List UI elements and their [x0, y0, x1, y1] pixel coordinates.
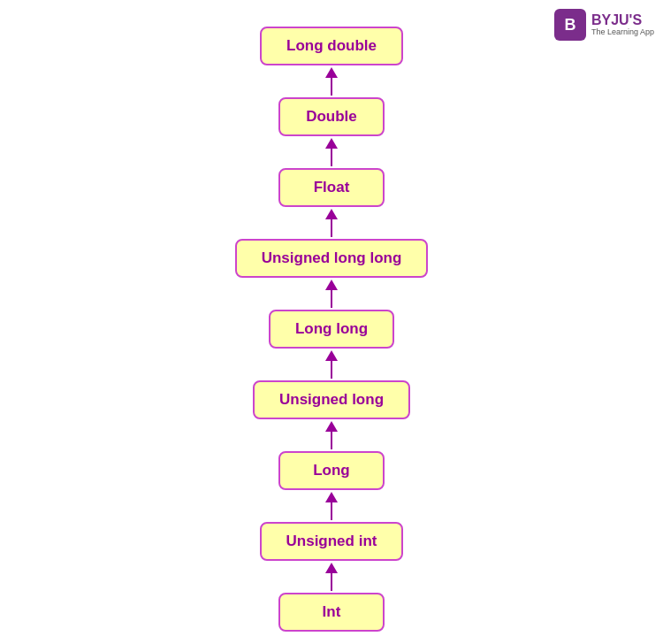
- arrow-double-float: [325, 136, 338, 168]
- arrow-long-double-double: [325, 65, 338, 97]
- arrowhead-icon: [325, 67, 338, 78]
- arrow-ul-long: [325, 419, 338, 451]
- byjus-icon: B: [554, 9, 586, 41]
- arrow-line: [331, 502, 333, 520]
- node-unsigned-long-long: Unsigned long long: [235, 239, 429, 278]
- byjus-logo: B BYJU'S The Learning App: [554, 9, 654, 41]
- arrowhead-icon: [325, 209, 338, 219]
- arrow-line: [331, 290, 333, 308]
- type-hierarchy-diagram: Long double Double Float Unsigned long l…: [0, 0, 663, 632]
- byjus-icon-letter: B: [564, 16, 575, 34]
- node-long-long: Long long: [269, 310, 394, 349]
- node-long-double: Long double: [260, 27, 403, 65]
- arrowhead-icon: [325, 280, 338, 290]
- arrowhead-icon: [325, 492, 338, 502]
- byjus-text-block: BYJU'S The Learning App: [591, 12, 654, 36]
- arrow-long-uint: [325, 490, 338, 522]
- byjus-tagline: The Learning App: [591, 28, 654, 37]
- arrowhead-icon: [325, 563, 338, 573]
- arrow-ull-ll: [325, 278, 338, 310]
- arrow-line: [331, 78, 333, 96]
- node-double: Double: [278, 97, 385, 136]
- arrow-float-ull: [325, 207, 338, 239]
- arrow-line: [331, 573, 333, 591]
- arrowhead-icon: [325, 138, 338, 149]
- arrow-line: [331, 219, 333, 237]
- arrow-line: [331, 432, 333, 449]
- node-float: Float: [278, 168, 385, 207]
- byjus-name: BYJU'S: [591, 12, 654, 28]
- arrow-uint-int: [325, 561, 338, 593]
- arrow-ll-ul: [325, 349, 338, 380]
- arrow-line: [331, 149, 333, 166]
- node-long: Long: [278, 451, 385, 490]
- arrowhead-icon: [325, 350, 338, 361]
- node-int: Int: [278, 593, 385, 632]
- arrow-line: [331, 361, 333, 379]
- arrowhead-icon: [325, 421, 338, 432]
- node-unsigned-int: Unsigned int: [260, 522, 404, 561]
- node-unsigned-long: Unsigned long: [253, 380, 410, 419]
